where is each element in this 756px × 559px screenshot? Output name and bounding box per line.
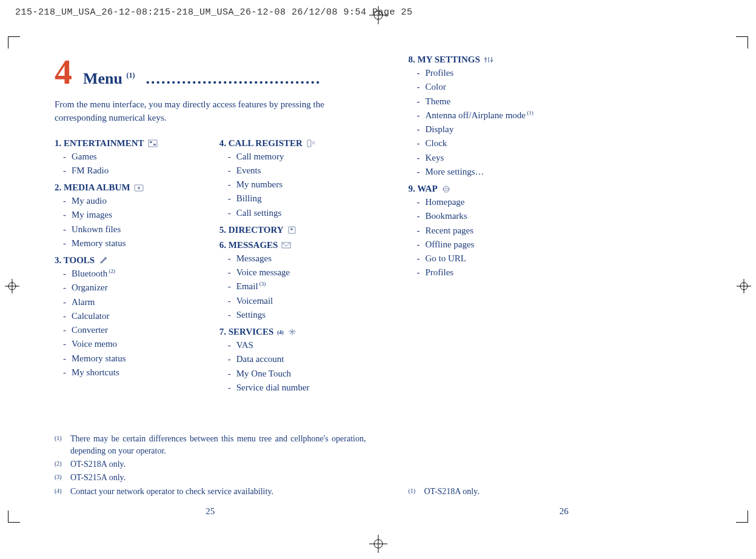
footnote: (1)OT-S218A only. [409,486,720,498]
footnotes: (1)There may be certain differences betw… [55,433,366,499]
list-item: Voice memo [55,337,201,351]
section-heading: 1. ENTERTAINMENT [55,138,201,149]
directory-icon [287,226,297,234]
list-item: Theme [409,95,720,109]
crop-mark [8,510,20,523]
messages-icon [281,241,291,249]
list-item: Offline pages [409,238,720,252]
svg-point-22 [290,228,293,230]
list-item: Data account [219,352,366,366]
list-item: Clock [409,136,720,150]
leader-dots: .................................. [146,70,321,88]
list-item: Memory status [55,236,201,250]
list-item: Color [409,80,720,94]
footnote: (4)Contact your network operator to chec… [55,486,366,498]
list-item: Go to URL [409,252,720,266]
footnotes: (1)OT-S218A only. [409,486,720,499]
list-item: Antenna off/Airplane mode (1) [409,109,720,122]
section-heading: 7. SERVICES(4) [219,327,366,337]
wap-icon [441,185,451,193]
list-item: Service dial number [219,381,366,395]
footnote: (1)There may be certain differences betw… [55,433,366,458]
print-slug: 215-218_UM_USA_26-12-08:215-218_UM_USA_2… [15,7,413,18]
list-item: My numbers [219,178,366,192]
list-item: Profiles [409,66,720,80]
list-item: My shortcuts [55,366,201,380]
chapter-title: 4 Menu (1) .............................… [55,55,366,90]
svg-point-17 [104,257,107,259]
list-item: More settings… [409,165,720,179]
list-item: Bookmarks [409,209,720,223]
svg-rect-13 [150,141,152,143]
intro-text: From the menu interface, you may directl… [55,98,366,125]
list-item: Keys [409,151,720,165]
registration-mark-icon [369,535,387,553]
page-number: 26 [409,506,720,517]
list-item: Messages [219,252,366,266]
svg-rect-18 [307,140,311,147]
list-item: Profiles [409,266,720,280]
list-item: Voice message [219,266,366,280]
list-item: Games [55,150,201,164]
list-item: FM Radio [55,164,201,178]
call-register-icon [306,139,316,147]
section-heading: 9. WAP [409,184,720,194]
list-item: My One Touch [219,367,366,381]
tools-icon [98,256,108,264]
chapter-name: Menu (1) [83,70,135,88]
section-heading: 8. MY SETTINGS [409,55,720,65]
list-item: My audio [55,194,201,208]
list-item: Converter [55,323,201,337]
page-number: 25 [55,506,366,517]
entertainment-icon [148,139,158,147]
page-left: 4 Menu (1) .............................… [55,55,366,517]
services-icon [287,328,297,336]
section-heading: 6. MESSAGES [219,240,366,250]
section-heading: 3. TOOLS [55,255,201,266]
list-item: Call settings [219,206,366,220]
section-heading: 4. CALL REGISTER [219,138,366,149]
list-item: Organizer [55,281,201,295]
svg-rect-14 [153,144,156,146]
list-item: Voicemail [219,294,366,308]
section-heading: 5. DIRECTORY [219,225,366,235]
svg-point-16 [138,187,140,189]
registration-mark-icon [369,6,387,24]
list-item: Alarm [55,295,201,309]
list-item: Bluetooth (2) [55,267,201,281]
section-heading: 2. MEDIA ALBUM [55,182,201,193]
list-item: Email (3) [219,280,366,293]
list-item: Display [409,122,720,136]
media-album-icon [134,184,144,192]
list-item: Call memory [219,150,366,164]
footnote: (3)OT-S215A only. [55,472,366,484]
chapter-number: 4 [55,55,72,90]
list-item: VAS [219,338,366,352]
list-item: Homepage [409,195,720,209]
list-item: Settings [219,308,366,322]
svg-point-33 [443,186,449,192]
list-item: My images [55,208,201,222]
list-item: Billing [219,192,366,206]
registration-mark-icon [737,279,751,293]
list-item: Unkown files [55,223,201,236]
middle-column: 4. CALL REGISTER Call memoryEventsMy num… [219,133,366,395]
crop-mark [736,36,748,49]
settings-icon [484,56,493,64]
list-item: Recent pages [409,224,720,238]
footnote: (2)OT-S218A only. [55,458,366,470]
page-right: 8. MY SETTINGS ProfilesColorThemeAntenna… [409,55,720,517]
crop-mark [736,510,748,523]
svg-rect-32 [490,60,493,61]
registration-mark-icon [5,279,19,293]
left-column: 1. ENTERTAINMENT GamesFM Radio 2. MEDIA … [55,133,201,395]
list-item: Memory status [55,352,201,366]
list-item: Events [219,164,366,178]
svg-rect-31 [484,58,487,59]
crop-mark [8,36,20,49]
svg-rect-12 [149,140,157,147]
list-item: Calculator [55,309,201,323]
